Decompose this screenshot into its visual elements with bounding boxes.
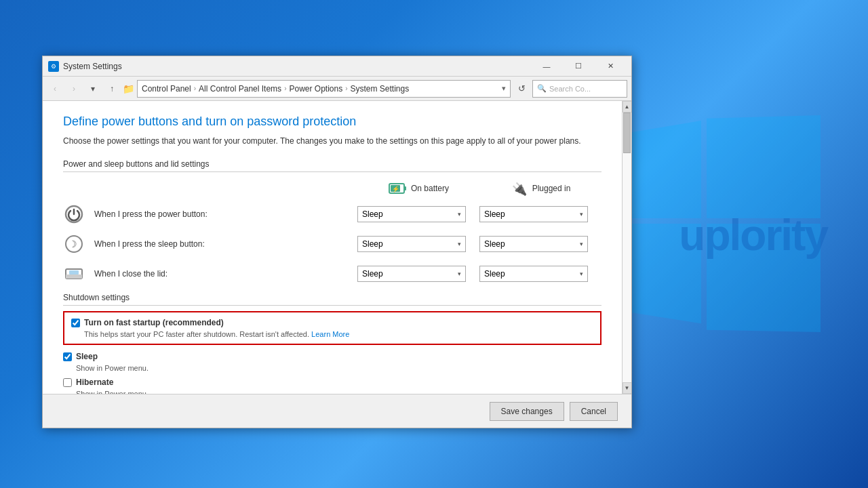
lid-row: When I close the lid: Sleep ▾ Sleep ▾ <box>63 263 601 285</box>
svg-text:⚡: ⚡ <box>392 185 400 193</box>
hibernate-label[interactable]: Hibernate <box>76 378 113 387</box>
svg-rect-6 <box>404 186 406 190</box>
cancel-button[interactable]: Cancel <box>570 402 618 421</box>
path-control-panel: Control Panel <box>142 84 191 94</box>
path-system-settings: System Settings <box>351 84 410 94</box>
page-description: Choose the power settings that you want … <box>63 136 601 147</box>
svg-text:☽: ☽ <box>68 239 77 249</box>
battery-column-header: ⚡ On battery <box>357 179 479 198</box>
sleep-desc: Show in Power menu. <box>76 364 601 372</box>
power-plugged-value: Sleep <box>484 209 505 219</box>
sep1: › <box>194 85 196 92</box>
fast-startup-label[interactable]: Turn on fast startup (recommended) <box>84 318 224 327</box>
power-plugged-dropdown[interactable]: Sleep ▾ <box>479 206 588 222</box>
battery-label: On battery <box>411 184 449 193</box>
maximize-button[interactable]: ☐ <box>563 56 594 77</box>
folder-icon: 📁 <box>123 83 134 94</box>
lid-battery-value: Sleep <box>362 269 383 279</box>
lid-battery-arrow: ▾ <box>458 270 461 277</box>
fast-startup-desc: This helps start your PC faster after sh… <box>84 330 593 338</box>
sleep-plugged-value: Sleep <box>484 239 505 249</box>
sleep-plugged-dropdown[interactable]: Sleep ▾ <box>479 236 588 252</box>
scrollbar[interactable]: ▲ ▼ <box>622 101 631 394</box>
refresh-button[interactable]: ↺ <box>513 81 530 97</box>
battery-icon: ⚡ <box>388 179 407 198</box>
search-icon: 🔍 <box>537 84 547 93</box>
sleep-battery-value: Sleep <box>362 239 383 249</box>
page-title: Define power buttons and turn on passwor… <box>63 115 601 129</box>
path-all-items: All Control Panel Items <box>199 84 281 94</box>
sleep-checkbox[interactable] <box>63 352 72 361</box>
main-content: Define power buttons and turn on passwor… <box>43 101 622 394</box>
address-path[interactable]: Control Panel › All Control Panel Items … <box>137 80 511 98</box>
svg-marker-1 <box>707 115 821 218</box>
fast-startup-desc-text: This helps start your PC faster after sh… <box>84 330 311 338</box>
power-button-icon <box>63 203 85 225</box>
sleep-button-icon: ☽ <box>63 233 85 255</box>
sep3: › <box>345 85 347 92</box>
fast-startup-checkbox[interactable] <box>71 319 80 327</box>
plugged-icon: 🔌 <box>511 180 528 197</box>
footer: Save changes Cancel <box>43 394 631 428</box>
power-battery-arrow: ▾ <box>458 211 461 218</box>
scroll-track[interactable] <box>623 113 631 382</box>
window-icon: ⚙ <box>48 61 59 72</box>
fast-startup-highlight-box: Turn on fast startup (recommended) This … <box>63 311 601 345</box>
sleep-label[interactable]: Sleep <box>76 352 98 361</box>
power-battery-value: Sleep <box>362 209 383 219</box>
lid-plugged-dropdown[interactable]: Sleep ▾ <box>479 266 588 282</box>
sleep-button-row: ☽ When I press the sleep button: Sleep ▾… <box>63 233 601 255</box>
search-box[interactable]: 🔍 Search Co... <box>532 80 627 98</box>
sleep-row: Sleep <box>63 350 601 363</box>
hibernate-row: Hibernate <box>63 376 601 388</box>
forward-button[interactable]: › <box>66 81 82 97</box>
plugged-column-header: 🔌 Plugged in <box>479 180 601 197</box>
svg-rect-13 <box>66 274 82 279</box>
section-header-power: Power and sleep buttons and lid settings <box>63 159 601 172</box>
power-button-row: When I press the power button: Sleep ▾ S… <box>63 203 601 225</box>
hibernate-desc: Show in Power menu. <box>76 390 601 394</box>
power-button-label: When I press the power button: <box>94 209 357 219</box>
sleep-battery-dropdown[interactable]: Sleep ▾ <box>357 236 466 252</box>
sep2: › <box>284 85 286 92</box>
sleep-plugged-arrow: ▾ <box>580 241 583 247</box>
path-power-options: Power Options <box>289 84 342 94</box>
up-button[interactable]: ↑ <box>104 81 120 97</box>
svg-rect-14 <box>69 270 79 274</box>
lid-battery-dropdown[interactable]: Sleep ▾ <box>357 266 466 282</box>
sleep-battery-arrow: ▾ <box>458 241 461 247</box>
lid-plugged-arrow: ▾ <box>580 270 583 277</box>
address-bar: ‹ › ▾ ↑ 📁 Control Panel › All Control Pa… <box>43 77 631 101</box>
hibernate-checkbox[interactable] <box>63 378 72 387</box>
content-area: Define power buttons and turn on passwor… <box>43 101 631 394</box>
title-bar-controls: — ☐ ✕ <box>531 56 626 77</box>
column-headers: ⚡ On battery 🔌 Plugged in <box>63 179 601 198</box>
back-button[interactable]: ‹ <box>47 81 63 97</box>
power-battery-dropdown[interactable]: Sleep ▾ <box>357 206 466 222</box>
system-settings-window: ⚙ System Settings — ☐ ✕ ‹ › ▾ ↑ 📁 Contro… <box>42 56 632 428</box>
plugged-label: Plugged in <box>532 184 571 193</box>
minimize-button[interactable]: — <box>531 56 562 77</box>
close-button[interactable]: ✕ <box>595 56 626 77</box>
scroll-thumb[interactable] <box>623 113 631 153</box>
search-placeholder: Search Co... <box>549 85 591 93</box>
title-bar: ⚙ System Settings — ☐ ✕ <box>43 56 631 77</box>
scroll-up-button[interactable]: ▲ <box>623 101 632 113</box>
power-plugged-arrow: ▾ <box>580 211 583 218</box>
shutdown-section: Shutdown settings Turn on fast startup (… <box>63 293 601 394</box>
shutdown-header: Shutdown settings <box>63 293 601 306</box>
watermark-text: uplority <box>679 210 827 260</box>
lid-icon <box>63 263 85 285</box>
learn-more-link[interactable]: Learn More <box>311 330 349 338</box>
path-dropdown-button[interactable]: ▾ <box>502 84 506 93</box>
recent-button[interactable]: ▾ <box>85 81 101 97</box>
svg-text:🔌: 🔌 <box>512 182 528 197</box>
window-title: System Settings <box>63 62 531 71</box>
fast-startup-row: Turn on fast startup (recommended) <box>71 318 593 327</box>
save-button[interactable]: Save changes <box>490 402 564 421</box>
lid-label: When I close the lid: <box>94 269 357 279</box>
sleep-button-label: When I press the sleep button: <box>94 239 357 249</box>
lid-plugged-value: Sleep <box>484 269 505 279</box>
scroll-down-button[interactable]: ▼ <box>623 382 632 394</box>
